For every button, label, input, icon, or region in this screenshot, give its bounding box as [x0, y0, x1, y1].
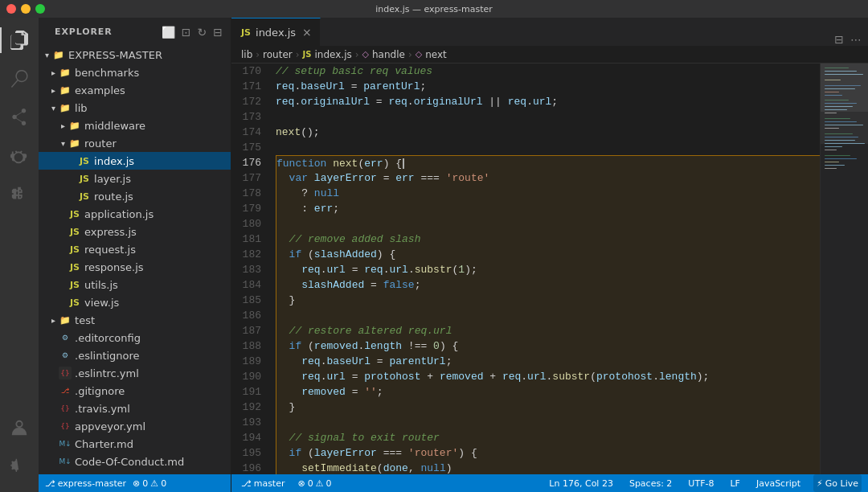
minimap[interactable]	[820, 64, 868, 474]
js-file-icon: JS	[68, 278, 81, 291]
language-item[interactable]: JavaScript	[753, 474, 804, 492]
code-editor[interactable]: 170 171 172 173 174 175 176 177 178 179 …	[231, 64, 868, 474]
split-editor-icon[interactable]: ⊟	[834, 33, 844, 46]
line-number: 194	[231, 430, 268, 445]
debug-activity-icon[interactable]	[0, 137, 39, 175]
line-number: 179	[231, 201, 268, 216]
code-line-176: function next(err) {	[276, 155, 820, 170]
maximize-button[interactable]	[35, 4, 45, 14]
sidebar-item-eslintrcyml[interactable]: ▸ {} .eslintrc.yml	[39, 364, 231, 382]
sidebar-item-layerjs[interactable]: ▸ JS layer.js	[39, 170, 231, 187]
js-file-icon: JS	[68, 207, 81, 220]
line-number: 195	[231, 445, 268, 461]
new-folder-icon[interactable]: ⊡	[180, 24, 193, 40]
sidebar-item-expressjs[interactable]: ▸ JS express.js	[39, 223, 231, 240]
account-activity-icon[interactable]	[0, 408, 39, 447]
minimize-button[interactable]	[21, 4, 31, 14]
more-actions-icon[interactable]: ⋯	[850, 33, 862, 46]
item-label: request.js	[84, 244, 136, 256]
md-file-icon: M↓	[59, 437, 72, 450]
source-control-activity-icon[interactable]	[0, 98, 39, 137]
breadcrumb-router[interactable]: router	[263, 49, 293, 60]
encoding-item[interactable]: UTF-8	[685, 474, 717, 492]
breadcrumb-handle[interactable]: handle	[372, 49, 405, 60]
item-label: .editorconfig	[75, 332, 141, 344]
indentation-item[interactable]: Spaces: 2	[626, 474, 675, 492]
problems-item[interactable]: ⊗ 0 ⚠ 0	[294, 474, 334, 492]
js-tab-icon: JS	[241, 27, 251, 38]
sidebar-item-applicationjs[interactable]: ▸ JS application.js	[39, 205, 231, 223]
line-ending-item[interactable]: LF	[727, 474, 743, 492]
line-ending-label: LF	[730, 478, 739, 489]
sidebar-item-middleware[interactable]: ▸ 📁 middleware	[39, 117, 231, 134]
item-label: view.js	[84, 297, 119, 309]
sidebar-item-editorconfig[interactable]: ▸ ⚙ .editorconfig	[39, 329, 231, 346]
config-file-icon: ⚙	[59, 331, 72, 344]
js-file-icon: JS	[68, 296, 81, 309]
extensions-activity-icon[interactable]	[0, 175, 39, 214]
line-number: 180	[231, 216, 268, 232]
svg-rect-22	[825, 146, 842, 147]
code-line-180	[276, 216, 820, 232]
sidebar-item-router[interactable]: ▾ 📁 router	[39, 134, 231, 152]
code-line-191: removed = '';	[276, 384, 820, 400]
sidebar-item-indexjs[interactable]: ▸ JS index.js	[39, 152, 231, 170]
cursor-position: Ln 176, Col 23	[549, 478, 613, 489]
breadcrumb-next[interactable]: next	[425, 49, 447, 60]
sidebar-item-lib[interactable]: ▾ 📁 lib	[39, 99, 231, 117]
sidebar-item-test[interactable]: ▸ 📁 test	[39, 311, 231, 329]
sidebar-item-eslintignore[interactable]: ▸ ⚙ .eslintignore	[39, 346, 231, 364]
sidebar-item-viewjs[interactable]: ▸ JS view.js	[39, 293, 231, 311]
sidebar-item-codeofconductmd[interactable]: ▸ M↓ Code-Of-Conduct.md	[39, 453, 231, 470]
settings-activity-icon[interactable]	[0, 447, 39, 486]
code-line-193	[276, 415, 820, 430]
close-button[interactable]	[6, 4, 16, 14]
activity-bar	[0, 18, 39, 492]
line-number: 184	[231, 277, 268, 293]
breadcrumb-lib[interactable]: lib	[241, 49, 252, 60]
item-label: index.js	[94, 155, 134, 167]
chevron-right-icon: ▸	[51, 86, 55, 95]
tab-indexjs[interactable]: JS index.js ×	[231, 18, 321, 46]
item-label: application.js	[84, 208, 154, 220]
sidebar-item-appveyoryml[interactable]: ▸ {} appveyor.yml	[39, 417, 231, 435]
md-file-icon: M↓	[59, 455, 72, 468]
svg-rect-28	[825, 168, 837, 169]
line-number: 188	[231, 338, 268, 354]
sidebar-item-gitignore[interactable]: ▸ ⎇ .gitignore	[39, 382, 231, 400]
tree-root[interactable]: ▾ 📁 EXPRESS-MASTER	[39, 46, 231, 64]
js-file-icon: JS	[78, 190, 91, 203]
sidebar-item-responsejs[interactable]: ▸ JS response.js	[39, 258, 231, 276]
error-count[interactable]: ⊗ 0 ⚠ 0	[133, 478, 166, 489]
refresh-icon[interactable]: ↻	[196, 24, 209, 40]
sidebar-item-benchmarks[interactable]: ▸ 📁 benchmarks	[39, 64, 231, 81]
sidebar-item-routejs[interactable]: ▸ JS route.js	[39, 187, 231, 205]
git-branch-item[interactable]: ⎇ master	[238, 474, 288, 492]
sidebar-item-utilsjs[interactable]: ▸ JS utils.js	[39, 276, 231, 293]
tab-close-button[interactable]: ×	[301, 24, 313, 40]
chevron-down-icon: ▾	[45, 51, 49, 59]
line-number: 177	[231, 170, 268, 186]
root-label: EXPRESS-MASTER	[68, 49, 162, 61]
sidebar-item-requestjs[interactable]: ▸ JS request.js	[39, 240, 231, 258]
explorer-activity-icon[interactable]	[0, 21, 39, 59]
search-activity-icon[interactable]	[0, 59, 39, 98]
collapse-icon[interactable]: ⊟	[211, 24, 224, 40]
symbol-icon: ◇	[416, 49, 422, 59]
sidebar-item-chartermd[interactable]: ▸ M↓ Charter.md	[39, 435, 231, 453]
new-file-icon[interactable]: ⬜	[160, 24, 177, 40]
sidebar-header: EXPLORER ⬜ ⊡ ↻ ⊟	[39, 18, 231, 46]
sidebar-item-examples[interactable]: ▸ 📁 examples	[39, 81, 231, 99]
cursor-position-item[interactable]: Ln 176, Col 23	[546, 474, 616, 492]
item-label: .gitignore	[75, 385, 125, 397]
go-live-item[interactable]: ⚡ Go Live	[813, 474, 862, 492]
git-branch-status[interactable]: ⎇ express-master	[45, 478, 126, 489]
sidebar-item-travisyml[interactable]: ▸ {} .travis.yml	[39, 400, 231, 417]
code-line-173	[276, 109, 820, 125]
breadcrumb-indexjs[interactable]: index.js	[315, 49, 352, 60]
chevron-down-icon: ▾	[61, 139, 65, 148]
editor-area: JS index.js × ⊟ ⋯ lib › router › JS inde…	[231, 18, 868, 492]
line-number: 181	[231, 232, 268, 247]
code-line-179: : err;	[276, 201, 820, 216]
item-label: lib	[75, 102, 87, 114]
